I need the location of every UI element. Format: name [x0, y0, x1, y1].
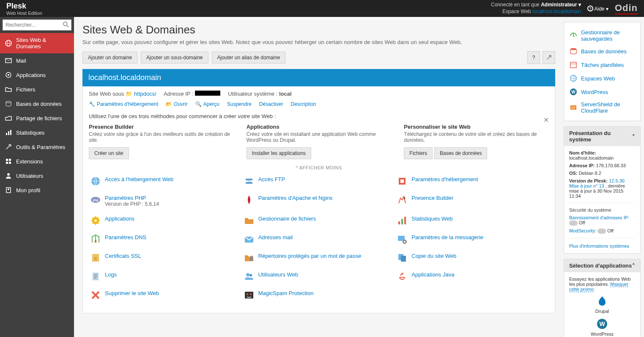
tool-pb: Presence Builder	[395, 191, 549, 211]
wordpress-icon: W	[569, 88, 578, 96]
nav-files[interactable]: Fichiers	[0, 82, 74, 97]
svg-rect-33	[95, 240, 96, 243]
search-input[interactable]	[3, 19, 71, 30]
ql-tasks[interactable]: Tâches planifiées	[569, 58, 635, 72]
open-link[interactable]: 📂Ouvrir	[166, 101, 188, 107]
settings-button[interactable]	[543, 51, 555, 64]
svg-rect-22	[246, 179, 252, 180]
webspace-icon	[569, 74, 578, 83]
nav-profile[interactable]: Mon profil	[0, 183, 74, 197]
ql-wordpress[interactable]: WWordPress	[569, 85, 635, 99]
remove-icon	[90, 290, 101, 300]
svg-point-37	[404, 241, 406, 243]
svg-point-50	[247, 293, 248, 295]
svg-rect-13	[9, 159, 11, 161]
modsec-link[interactable]: ModSecurity:	[569, 228, 596, 233]
tool-apps: Applications	[89, 211, 242, 230]
tool-filemgr: Gestionnaire de fichiers	[242, 211, 396, 230]
more-system-info-link[interactable]: Plus d'informations systèmes	[569, 243, 629, 249]
app-drupal[interactable]: Drupal	[585, 295, 619, 314]
preview-link[interactable]: 🔍Aperçu	[195, 101, 219, 107]
nav-users[interactable]: Utilisateurs	[0, 168, 74, 183]
toggle-off-icon[interactable]	[569, 221, 578, 226]
domain-links: 🔧Paramètres d'hébergement 📂Ouvrir 🔍Aperç…	[89, 101, 549, 107]
svg-point-39	[94, 257, 97, 260]
files-button[interactable]: Fichiers	[404, 147, 433, 159]
odin-logo: Odin	[615, 3, 638, 14]
search-icon[interactable]	[63, 22, 69, 28]
copy-icon	[397, 253, 407, 263]
nav-tools[interactable]: Outils & Paramètres	[0, 140, 74, 154]
help-button[interactable]: ?	[527, 51, 540, 64]
tool-apache: Paramètres d'Apache et Nginx	[242, 191, 396, 211]
tool-mail: Adresses mail	[242, 230, 396, 249]
help-link[interactable]: ? Aide ▾	[587, 6, 608, 12]
globe-icon	[90, 176, 101, 186]
svg-rect-23	[246, 182, 252, 184]
ql-webspaces[interactable]: Espaces Web	[569, 72, 635, 85]
nav-mail[interactable]: Mail	[0, 53, 74, 68]
nav-databases[interactable]: Bases de données	[0, 97, 74, 111]
nav-extensions[interactable]: Extensions	[0, 154, 74, 168]
svg-point-52	[570, 48, 576, 50]
httpdocs-link[interactable]: httpdocs/	[134, 91, 156, 97]
system-panel-header[interactable]: Présentation du système˄	[564, 127, 640, 146]
nav-apps[interactable]: Applications	[0, 68, 74, 82]
ipban-link[interactable]: Bannissement d'adresses IP:	[569, 215, 629, 220]
databases-button[interactable]: Bases de données	[434, 147, 487, 159]
appsel-panel-header[interactable]: Sélection d'applications˄	[564, 259, 640, 272]
cloudflare-icon: CF	[569, 103, 578, 112]
main-content: Sites Web & Domaines Sur cette page, vou…	[74, 17, 564, 337]
drupal-icon	[596, 295, 608, 307]
add-alias-button[interactable]: Ajouter un alias de domaine	[212, 52, 286, 64]
svg-rect-40	[250, 258, 253, 261]
webspace-link[interactable]: localhost.localdomain	[532, 8, 581, 14]
mail-settings-icon	[397, 234, 407, 244]
ql-backup[interactable]: Gestionnaire de sauvegardes	[569, 27, 635, 44]
tool-webusers: Utilisateurs Web	[242, 267, 396, 286]
hosting-settings-link[interactable]: 🔧Paramètres d'hébergement	[89, 101, 158, 107]
nav-websites[interactable]: Sites Web & Domaines	[0, 33, 74, 53]
user-icon	[5, 172, 12, 179]
admin-link[interactable]: Administrateur ▾	[541, 2, 581, 8]
svg-point-7	[8, 74, 9, 76]
nav-share[interactable]: Partage de fichiers	[0, 111, 74, 125]
svg-point-47	[246, 273, 249, 276]
tool-webstats: Statistiques Web	[395, 211, 549, 230]
logs-icon	[90, 271, 101, 282]
suspend-link[interactable]: Suspendre	[227, 101, 252, 107]
tool-logs: Logs	[89, 267, 242, 286]
svg-point-51	[250, 293, 252, 295]
svg-rect-42	[401, 256, 406, 262]
php-icon: php	[90, 195, 101, 205]
nav-stats[interactable]: Statistiques	[0, 125, 74, 140]
svg-point-0	[63, 22, 67, 26]
toggle-off-icon[interactable]	[597, 229, 606, 234]
wordpress-icon: W	[596, 318, 608, 330]
domain-body: Site Web sous 📁 httpdocs/ Adresse IP : U…	[82, 86, 555, 313]
app-wordpress[interactable]: WWordPress	[585, 318, 619, 337]
show-less-toggle[interactable]: ^ AFFICHER MOINS	[89, 159, 549, 172]
help-icon: ?	[532, 55, 535, 61]
method-applications: Applications Créez votre site en install…	[247, 124, 392, 159]
ql-databases[interactable]: Bases de données	[569, 44, 635, 58]
nav-list: Sites Web & Domaines Mail Applications F…	[0, 33, 74, 197]
ql-servershield[interactable]: CFServerShield de CloudFlare	[569, 99, 635, 116]
add-domain-button[interactable]: Ajouter un domaine	[82, 52, 137, 64]
add-subdomain-button[interactable]: Ajouter un sous-domaine	[141, 52, 208, 64]
install-apps-button[interactable]: Installer les applications	[247, 147, 311, 159]
tools-grid: Accès à l'hébergement Web Accès FTP Para…	[89, 172, 549, 304]
methods-intro: Utilisez l'une de ces trois méthodes pou…	[89, 113, 549, 119]
tool-copy: Copie du site Web	[395, 249, 549, 267]
lock-folder-icon	[244, 253, 254, 263]
logo-text: Plesk	[6, 2, 26, 10]
system-panel: Présentation du système˄ Nom d'hôte: loc…	[564, 126, 641, 254]
create-site-button[interactable]: Créer un site	[89, 147, 129, 159]
description-link[interactable]: Description	[290, 101, 316, 107]
close-methods-button[interactable]: ✕	[543, 116, 549, 124]
tool-dns: Paramètres DNS	[89, 230, 242, 249]
disable-link[interactable]: Désactiver	[259, 101, 283, 107]
svg-rect-30	[398, 221, 400, 224]
svg-line-1	[67, 25, 69, 27]
tool-ssl: Certificats SSL	[89, 249, 242, 267]
